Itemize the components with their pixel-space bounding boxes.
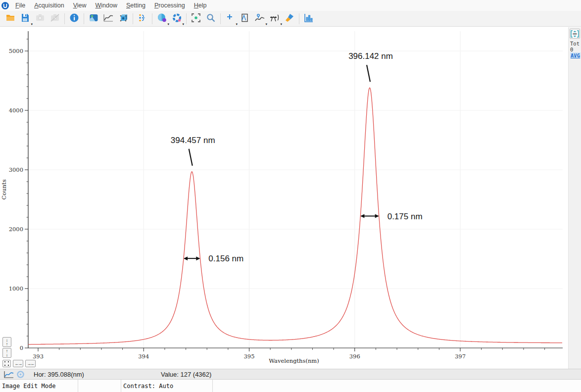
image-mode-icon[interactable] [17, 371, 24, 378]
peak-search-button[interactable]: ▾ [253, 12, 267, 25]
add-marker-button[interactable]: ▾ [223, 12, 237, 25]
curve-width-icon [269, 13, 280, 24]
arrows-in-icon: →← [27, 362, 34, 366]
histogram-button[interactable] [302, 12, 316, 25]
plus-icon [226, 13, 235, 24]
spectrum-chart[interactable]: 010002000300040005000393394395396397Wave… [0, 27, 568, 369]
scale-expand-vertical-button[interactable]: ↑ ↓ [2, 348, 11, 358]
save-button[interactable]: ▾ [18, 12, 32, 25]
y-axis-title: Counts [0, 179, 7, 199]
menu-file[interactable]: File [11, 1, 30, 10]
toolbar-separator [64, 13, 65, 24]
toolbar-separator [84, 13, 84, 24]
avg-toggle[interactable]: AVG [570, 52, 581, 58]
peak-label: 394.457 nm [171, 136, 215, 145]
x-tick-label: 396 [349, 353, 360, 360]
image-view-button[interactable] [87, 12, 100, 25]
menu-processing[interactable]: Processing [150, 1, 190, 10]
info-button[interactable] [67, 12, 81, 25]
edit-mode-label: Image Edit Mode [0, 380, 78, 392]
fwhm-arrowhead-right [196, 256, 200, 260]
total-value: 0 [570, 47, 581, 52]
camera-icon [35, 13, 45, 24]
camera-off-icon [50, 13, 60, 24]
mesh-3d-view-button[interactable] [116, 12, 130, 25]
y-tick-label: 1000 [9, 285, 23, 292]
dropdown-arrow-icon[interactable]: ▾ [167, 22, 169, 26]
folder-icon [5, 13, 16, 24]
toolbar-separator [220, 13, 221, 24]
open-button[interactable] [3, 12, 17, 25]
dropdown-arrow-icon[interactable]: ▾ [280, 22, 282, 26]
contrast-setting[interactable]: Contrast: Auto [121, 380, 213, 392]
app-logo-icon [1, 2, 9, 9]
spectrum-mode-icon[interactable] [4, 371, 14, 378]
save-icon [20, 13, 30, 24]
menu-window[interactable]: Window [91, 1, 122, 10]
empty-cell [213, 380, 581, 392]
spectrum-line [28, 88, 562, 344]
y-tick-label: 2000 [9, 226, 23, 233]
fwhm-arrowhead-left [360, 214, 364, 218]
acquisition-counter: Tot 0 AVG [570, 41, 581, 58]
snapshot-off-button[interactable] [48, 12, 62, 25]
fit-view-button[interactable] [2, 360, 11, 367]
scale-compress-horizontal-button[interactable]: →← [25, 360, 36, 367]
fwhm-measure-button[interactable]: ▾ [268, 12, 282, 25]
mode-bar: Image Edit Mode Contrast: Auto [0, 380, 581, 392]
total-label: Tot [570, 41, 581, 47]
ring-view-button[interactable]: ▾ [170, 12, 184, 25]
y-tick-label: 4000 [9, 107, 23, 114]
focus-icon [191, 13, 201, 24]
fwhm-arrowhead-left [184, 256, 188, 260]
peak-rect-icon [240, 13, 250, 24]
toolbar-separator [133, 13, 133, 24]
peak-pointer-line [367, 65, 370, 82]
annotate-brush-button[interactable] [283, 12, 296, 25]
right-panel: Tot 0 AVG [568, 27, 581, 369]
dropdown-arrow-icon[interactable]: ▾ [265, 22, 267, 26]
scale-compress-vertical-button[interactable]: ↓ ↑ [2, 337, 11, 347]
dropdown-arrow-icon[interactable]: ▾ [182, 22, 184, 26]
zoom-button[interactable] [204, 12, 218, 25]
menu-bar: FileAcquisitionViewWindowSettingProcessi… [0, 0, 581, 11]
chart-area: 010002000300040005000393394395396397Wave… [0, 27, 568, 369]
capture-region-button[interactable] [189, 12, 203, 25]
sphere-view-button[interactable]: ▾ [155, 12, 169, 25]
toolbar-separator [299, 13, 299, 24]
snapshot-button[interactable] [33, 12, 47, 25]
menu-view[interactable]: View [69, 1, 91, 10]
menu-setting[interactable]: Setting [122, 1, 150, 10]
peak-label: 396.142 nm [348, 51, 393, 61]
peak-region-button[interactable] [238, 12, 252, 25]
y-tick-label: 5000 [9, 48, 23, 54]
arrows-out-icon: ←→ [15, 362, 22, 366]
spectrum-view-button[interactable] [101, 12, 115, 25]
cursor-value-readout: Value: 127 (4362) [161, 371, 211, 378]
scale-expand-horizontal-button[interactable]: ←→ [13, 360, 23, 367]
arrow-down-icon: ↓ [6, 353, 8, 357]
brush-icon [285, 13, 294, 24]
x-axis-title: Wavelengths(nm) [269, 357, 319, 364]
peak-pointer-line [189, 149, 193, 166]
dropdown-arrow-icon[interactable]: ▾ [31, 22, 33, 26]
node-settings-button[interactable] [136, 12, 149, 25]
bars-icon [304, 13, 314, 24]
status-bar: Hor: 395.088(nm) Value: 127 (4362) [0, 369, 581, 380]
y-tick-label: 0 [20, 344, 23, 351]
fwhm-label: 0.175 nm [387, 212, 423, 221]
empty-cell [78, 380, 121, 392]
autoscale-vertical-button[interactable] [570, 29, 580, 39]
image-icon [89, 13, 99, 24]
x-tick-label: 397 [455, 353, 466, 360]
x-tick-label: 394 [138, 353, 149, 360]
dropdown-arrow-icon[interactable]: ▾ [236, 22, 238, 26]
x-tick-label: 395 [244, 353, 255, 360]
spectrum-icon [103, 13, 114, 24]
cube-3d-icon [118, 13, 129, 24]
menu-help[interactable]: Help [190, 1, 211, 10]
toolbar-separator [152, 13, 152, 24]
autoscale-vertical-icon [571, 30, 579, 38]
sphere-icon [157, 13, 167, 24]
menu-acquisition[interactable]: Acquisition [30, 1, 68, 10]
